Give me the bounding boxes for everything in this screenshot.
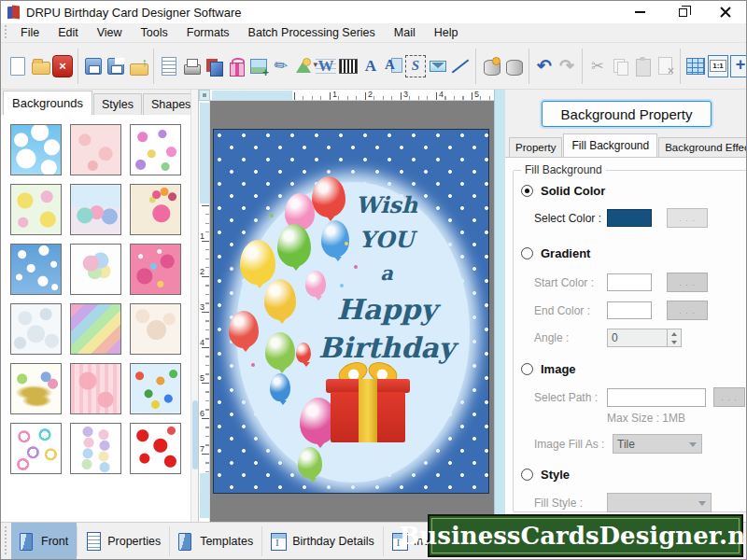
design-canvas[interactable]: Wish YOU a Happy Birthday xyxy=(210,101,494,522)
start-color-browse-button[interactable]: . . . xyxy=(667,273,708,292)
solid-color-radio[interactable] xyxy=(521,185,533,197)
background-thumbnail-winter-scene[interactable] xyxy=(70,184,121,235)
print-icon[interactable] xyxy=(181,55,202,77)
select-path-browse-button[interactable]: . . . xyxy=(713,387,745,407)
tab-properties[interactable]: Properties xyxy=(78,523,169,560)
shape-tool-icon[interactable] xyxy=(293,55,314,77)
background-thumbnail-balloon-sky[interactable] xyxy=(130,363,181,414)
database-add-icon[interactable] xyxy=(481,55,501,77)
close-button[interactable] xyxy=(718,5,733,20)
minimize-button[interactable] xyxy=(632,5,647,20)
background-thumbnail-birthday-pink[interactable] xyxy=(130,244,181,295)
background-thumbnail-bird-balloons[interactable] xyxy=(130,184,181,235)
end-color-browse-button[interactable]: . . . xyxy=(667,301,708,320)
spin-down-button[interactable] xyxy=(668,338,681,346)
card-stack-icon[interactable] xyxy=(204,55,224,77)
background-thumbnail-sky-clouds[interactable] xyxy=(10,124,62,175)
background-thumbnail-happy-birthday-text[interactable] xyxy=(10,363,62,414)
background-thumbnail-teddy-bear[interactable] xyxy=(130,303,181,355)
select-color-browse-button[interactable]: . . . xyxy=(667,208,708,228)
undo-icon[interactable] xyxy=(534,55,555,77)
print-preview-icon[interactable] xyxy=(159,55,179,77)
watermark-icon[interactable] xyxy=(316,55,336,77)
zoom-actual-icon[interactable] xyxy=(708,55,728,77)
background-thumbnail-red-hearts[interactable] xyxy=(130,423,181,474)
tab-front[interactable]: Front xyxy=(11,523,77,560)
tab-styles[interactable]: Styles xyxy=(93,93,142,115)
card-line: Happy xyxy=(307,290,466,329)
canvas-vertical-scrollbar[interactable] xyxy=(494,90,505,522)
database-icon[interactable] xyxy=(503,55,524,77)
menu-file[interactable]: File xyxy=(11,24,49,41)
end-color-field[interactable] xyxy=(607,301,652,319)
barcode-icon[interactable] xyxy=(338,55,359,77)
ruler-number: 5 xyxy=(200,373,204,383)
menu-mail[interactable]: Mail xyxy=(385,24,425,41)
close-file-icon[interactable] xyxy=(52,55,73,77)
save-icon[interactable] xyxy=(83,55,104,77)
start-color-field[interactable] xyxy=(607,273,652,291)
background-thumbnail-balloon-sketch[interactable] xyxy=(70,244,121,295)
angle-value: 0 xyxy=(608,329,667,346)
ruler-number: 5 xyxy=(474,90,479,99)
background-thumbnail-pink-lace[interactable] xyxy=(70,124,121,175)
menu-view[interactable]: View xyxy=(88,24,132,41)
image-radio[interactable] xyxy=(521,363,533,375)
gradient-radio[interactable] xyxy=(521,247,533,259)
tab-birthday-details[interactable]: Birthday Details xyxy=(262,523,383,560)
fit-view-icon[interactable] xyxy=(730,55,747,77)
mail-card-icon[interactable] xyxy=(428,55,448,77)
tab-property[interactable]: Property xyxy=(509,137,562,157)
signature-icon[interactable] xyxy=(405,55,426,77)
open-file-icon[interactable] xyxy=(30,55,50,77)
max-size-note: Max Size : 1MB xyxy=(521,412,745,425)
menu-batch-processing-series[interactable]: Batch Processing Series xyxy=(239,24,385,41)
menu-tools[interactable]: Tools xyxy=(132,24,177,41)
menu-edit[interactable]: Edit xyxy=(49,24,88,41)
start-color-label: Start Color : xyxy=(534,276,607,289)
spinner-buttons[interactable] xyxy=(667,329,681,346)
menu-grip[interactable] xyxy=(3,25,7,40)
bottombar-grip[interactable] xyxy=(3,526,7,556)
pen-tool-icon[interactable] xyxy=(271,55,291,77)
background-thumbnail-butterflies[interactable] xyxy=(130,124,181,175)
insert-image-icon[interactable] xyxy=(248,55,269,77)
tab-backgrounds[interactable]: Backgrounds xyxy=(3,91,92,115)
text-template-icon[interactable] xyxy=(383,55,403,77)
tab-background-effects[interactable]: Background Effects xyxy=(658,137,747,157)
background-thumbnail-daisies[interactable] xyxy=(10,184,62,235)
angle-spinner[interactable]: 0 xyxy=(607,329,682,347)
select-path-field[interactable] xyxy=(607,388,706,407)
background-property-button[interactable]: Background Property xyxy=(542,101,712,127)
style-radio[interactable] xyxy=(521,469,533,481)
card-preview[interactable]: Wish YOU a Happy Birthday xyxy=(213,129,489,494)
scrollbar-thumb[interactable] xyxy=(192,400,198,469)
spin-up-button[interactable] xyxy=(668,329,681,338)
grid-view-icon[interactable] xyxy=(685,55,706,77)
insert-text-icon[interactable] xyxy=(360,55,381,77)
tab-fill-background[interactable]: Fill Background xyxy=(563,133,657,157)
background-thumbnail-balloon-columns[interactable] xyxy=(70,423,121,474)
balloon-graphic xyxy=(229,311,259,348)
menu-help[interactable]: Help xyxy=(425,24,468,41)
tab-templates[interactable]: Templates xyxy=(170,523,261,560)
gift-icon[interactable] xyxy=(226,55,247,77)
window-title: DRPU Birthday Card Designer Software xyxy=(26,6,241,20)
draw-line-icon[interactable] xyxy=(450,55,471,77)
fill-style-dropdown[interactable] xyxy=(607,493,712,512)
restore-button[interactable] xyxy=(675,5,690,20)
export-file-icon[interactable] xyxy=(128,55,148,77)
backgrounds-scrollbar[interactable] xyxy=(190,90,198,522)
brand-logo-text: BusinessCardsDesigner.net xyxy=(399,522,747,550)
image-fill-as-dropdown[interactable]: Tile xyxy=(613,434,702,454)
background-thumbnail-bubbles[interactable] xyxy=(10,303,62,355)
redo-icon[interactable] xyxy=(557,55,577,77)
new-document-icon[interactable] xyxy=(7,55,28,77)
save-as-icon[interactable] xyxy=(106,55,126,77)
background-thumbnail-rainbow-pastel[interactable] xyxy=(70,303,121,355)
background-thumbnail-star-blue[interactable] xyxy=(10,244,62,295)
background-thumbnail-heart-outlines[interactable] xyxy=(10,423,62,474)
menu-formats[interactable]: Formats xyxy=(177,24,239,41)
front-page-icon xyxy=(20,532,35,551)
background-thumbnail-heart-stripes[interactable] xyxy=(70,363,121,414)
